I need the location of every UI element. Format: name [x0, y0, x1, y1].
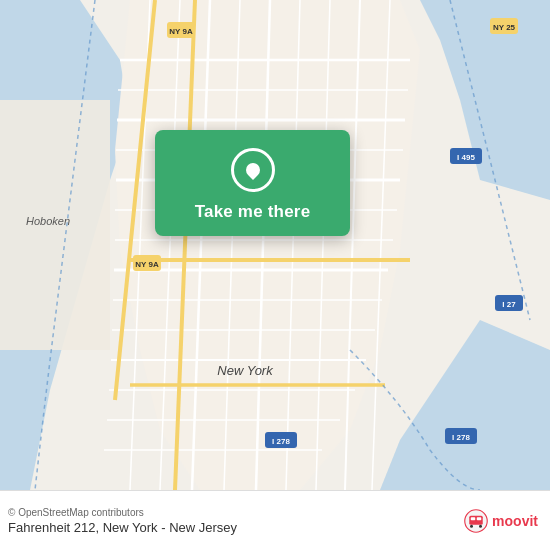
svg-text:Hoboken: Hoboken: [26, 215, 70, 227]
location-pin: [231, 148, 275, 192]
svg-rect-50: [471, 517, 476, 520]
svg-text:NY 9A: NY 9A: [169, 27, 193, 36]
bottom-bar: © OpenStreetMap contributors Fahrenheit …: [0, 490, 550, 550]
svg-text:New York: New York: [217, 363, 274, 378]
svg-text:I 495: I 495: [457, 153, 475, 162]
take-me-there-button[interactable]: Take me there: [195, 202, 311, 222]
location-label: Fahrenheit 212, New York - New Jersey: [8, 520, 237, 535]
svg-rect-49: [469, 515, 483, 524]
moovit-brand-text: moovit: [492, 513, 538, 529]
svg-rect-51: [477, 517, 482, 520]
svg-point-52: [470, 524, 473, 527]
svg-point-53: [479, 524, 482, 527]
navigation-card: Take me there: [155, 130, 350, 236]
moovit-icon: [464, 509, 488, 533]
pin-marker: [243, 160, 263, 180]
map-attribution: © OpenStreetMap contributors: [8, 507, 237, 518]
map-container: NY 9A NY 9A NY 25 I 495 I 278 I 278 I 27…: [0, 0, 550, 490]
svg-text:I 27: I 27: [502, 300, 516, 309]
moovit-logo: moovit: [464, 509, 538, 533]
svg-text:NY 9A: NY 9A: [135, 260, 159, 269]
svg-text:I 278: I 278: [272, 437, 290, 446]
svg-text:NY 25: NY 25: [493, 23, 516, 32]
svg-text:I 278: I 278: [452, 433, 470, 442]
